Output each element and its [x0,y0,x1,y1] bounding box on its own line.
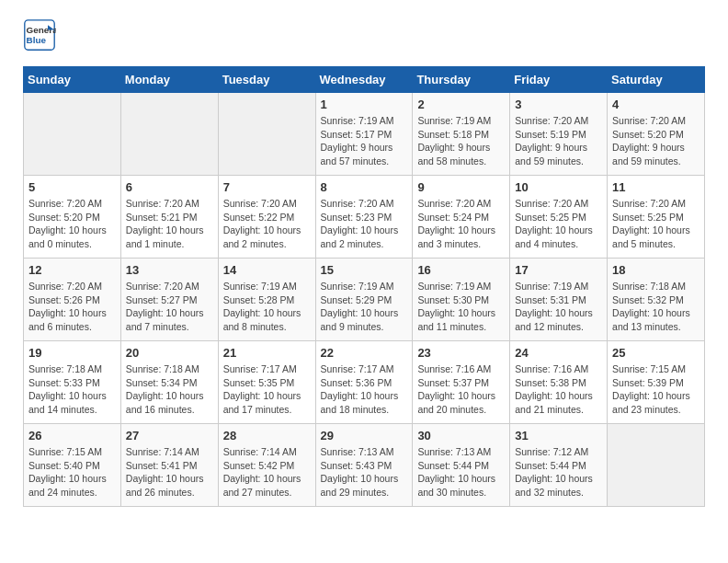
day-number: 7 [223,180,311,194]
day-cell: 13Sunrise: 7:20 AM Sunset: 5:27 PM Dayli… [120,259,218,341]
day-number: 31 [515,429,602,442]
day-info: Sunrise: 7:19 AM Sunset: 5:18 PM Dayligh… [417,114,505,168]
day-cell: 25Sunrise: 7:15 AM Sunset: 5:39 PM Dayli… [608,341,705,424]
day-cell: 29Sunrise: 7:13 AM Sunset: 5:43 PM Dayli… [315,424,413,507]
day-info: Sunrise: 7:20 AM Sunset: 5:24 PM Dayligh… [417,197,505,251]
day-number: 3 [515,98,602,111]
day-number: 21 [223,346,311,360]
day-info: Sunrise: 7:18 AM Sunset: 5:33 PM Dayligh… [28,362,116,417]
day-cell: 31Sunrise: 7:12 AM Sunset: 5:44 PM Dayli… [510,424,608,507]
day-info: Sunrise: 7:20 AM Sunset: 5:20 PM Dayligh… [612,114,700,168]
logo-icon: General Blue [23,18,56,52]
svg-text:General: General [27,25,56,35]
day-cell: 17Sunrise: 7:19 AM Sunset: 5:31 PM Dayli… [510,259,608,341]
weekday-header-tuesday: Tuesday [218,67,315,93]
day-info: Sunrise: 7:19 AM Sunset: 5:28 PM Dayligh… [223,280,311,334]
day-info: Sunrise: 7:15 AM Sunset: 5:39 PM Dayligh… [612,362,700,417]
day-number: 16 [417,263,505,277]
day-number: 10 [515,180,602,194]
day-cell: 5Sunrise: 7:20 AM Sunset: 5:20 PM Daylig… [24,176,121,259]
day-number: 6 [126,180,213,194]
day-number: 27 [126,429,213,442]
day-info: Sunrise: 7:19 AM Sunset: 5:29 PM Dayligh… [321,280,408,334]
day-info: Sunrise: 7:16 AM Sunset: 5:38 PM Dayligh… [515,362,602,417]
weekday-header-thursday: Thursday [413,67,510,93]
day-number: 8 [321,180,408,194]
day-info: Sunrise: 7:12 AM Sunset: 5:44 PM Dayligh… [515,445,602,500]
week-row-2: 5Sunrise: 7:20 AM Sunset: 5:20 PM Daylig… [24,176,705,259]
calendar-page: General Blue SundayMondayTuesdayWednesda… [0,0,728,525]
day-info: Sunrise: 7:20 AM Sunset: 5:20 PM Dayligh… [28,197,116,251]
day-number: 18 [612,263,700,277]
weekday-header-wednesday: Wednesday [315,67,413,93]
day-cell: 24Sunrise: 7:16 AM Sunset: 5:38 PM Dayli… [510,341,608,424]
day-number: 14 [223,263,311,277]
day-number: 22 [321,346,408,360]
calendar-header: SundayMondayTuesdayWednesdayThursdayFrid… [24,67,705,93]
day-number: 5 [28,180,116,194]
day-info: Sunrise: 7:20 AM Sunset: 5:25 PM Dayligh… [515,197,602,251]
day-cell [120,93,218,176]
day-info: Sunrise: 7:20 AM Sunset: 5:26 PM Dayligh… [28,280,116,334]
day-cell: 21Sunrise: 7:17 AM Sunset: 5:35 PM Dayli… [218,341,315,424]
day-info: Sunrise: 7:16 AM Sunset: 5:37 PM Dayligh… [417,362,505,417]
day-number: 30 [417,429,505,442]
day-cell: 11Sunrise: 7:20 AM Sunset: 5:25 PM Dayli… [608,176,705,259]
week-row-4: 19Sunrise: 7:18 AM Sunset: 5:33 PM Dayli… [24,341,705,424]
day-info: Sunrise: 7:19 AM Sunset: 5:30 PM Dayligh… [417,280,505,334]
weekday-header-sunday: Sunday [24,67,121,93]
day-info: Sunrise: 7:18 AM Sunset: 5:34 PM Dayligh… [126,362,213,417]
day-cell: 8Sunrise: 7:20 AM Sunset: 5:23 PM Daylig… [315,176,413,259]
svg-text:Blue: Blue [27,35,47,45]
weekday-header-monday: Monday [120,67,218,93]
day-info: Sunrise: 7:20 AM Sunset: 5:23 PM Dayligh… [321,197,408,251]
day-info: Sunrise: 7:17 AM Sunset: 5:36 PM Dayligh… [321,362,408,417]
day-number: 26 [28,429,116,442]
page-header: General Blue [23,18,705,52]
day-number: 1 [321,98,408,111]
day-info: Sunrise: 7:15 AM Sunset: 5:40 PM Dayligh… [28,445,116,500]
day-number: 29 [321,429,408,442]
day-number: 13 [126,263,213,277]
day-cell: 15Sunrise: 7:19 AM Sunset: 5:29 PM Dayli… [315,259,413,341]
day-info: Sunrise: 7:14 AM Sunset: 5:42 PM Dayligh… [223,445,311,500]
calendar-body: 1Sunrise: 7:19 AM Sunset: 5:17 PM Daylig… [24,93,705,507]
day-number: 20 [126,346,213,360]
day-cell: 9Sunrise: 7:20 AM Sunset: 5:24 PM Daylig… [413,176,510,259]
day-cell: 3Sunrise: 7:20 AM Sunset: 5:19 PM Daylig… [510,93,608,176]
day-info: Sunrise: 7:20 AM Sunset: 5:27 PM Dayligh… [126,280,213,334]
day-info: Sunrise: 7:13 AM Sunset: 5:44 PM Dayligh… [417,445,505,500]
weekday-header-saturday: Saturday [608,67,705,93]
day-info: Sunrise: 7:13 AM Sunset: 5:43 PM Dayligh… [321,445,408,500]
day-number: 17 [515,263,602,277]
day-cell: 2Sunrise: 7:19 AM Sunset: 5:18 PM Daylig… [413,93,510,176]
day-cell: 4Sunrise: 7:20 AM Sunset: 5:20 PM Daylig… [608,93,705,176]
day-number: 19 [28,346,116,360]
day-cell: 18Sunrise: 7:18 AM Sunset: 5:32 PM Dayli… [608,259,705,341]
logo: General Blue [23,18,56,52]
week-row-3: 12Sunrise: 7:20 AM Sunset: 5:26 PM Dayli… [24,259,705,341]
day-cell: 20Sunrise: 7:18 AM Sunset: 5:34 PM Dayli… [120,341,218,424]
day-number: 23 [417,346,505,360]
day-cell [24,93,121,176]
day-cell: 27Sunrise: 7:14 AM Sunset: 5:41 PM Dayli… [120,424,218,507]
day-cell: 26Sunrise: 7:15 AM Sunset: 5:40 PM Dayli… [24,424,121,507]
day-number: 4 [612,98,700,111]
calendar-table: SundayMondayTuesdayWednesdayThursdayFrid… [23,66,705,507]
day-cell: 22Sunrise: 7:17 AM Sunset: 5:36 PM Dayli… [315,341,413,424]
day-number: 24 [515,346,602,360]
day-info: Sunrise: 7:19 AM Sunset: 5:17 PM Dayligh… [321,114,408,168]
day-info: Sunrise: 7:20 AM Sunset: 5:21 PM Dayligh… [126,197,213,251]
weekday-header-friday: Friday [510,67,608,93]
day-cell [608,424,705,507]
day-cell [218,93,315,176]
day-cell: 1Sunrise: 7:19 AM Sunset: 5:17 PM Daylig… [315,93,413,176]
day-info: Sunrise: 7:18 AM Sunset: 5:32 PM Dayligh… [612,280,700,334]
weekday-row: SundayMondayTuesdayWednesdayThursdayFrid… [24,67,705,93]
week-row-1: 1Sunrise: 7:19 AM Sunset: 5:17 PM Daylig… [24,93,705,176]
day-number: 15 [321,263,408,277]
week-row-5: 26Sunrise: 7:15 AM Sunset: 5:40 PM Dayli… [24,424,705,507]
day-number: 12 [28,263,116,277]
day-cell: 23Sunrise: 7:16 AM Sunset: 5:37 PM Dayli… [413,341,510,424]
day-cell: 10Sunrise: 7:20 AM Sunset: 5:25 PM Dayli… [510,176,608,259]
